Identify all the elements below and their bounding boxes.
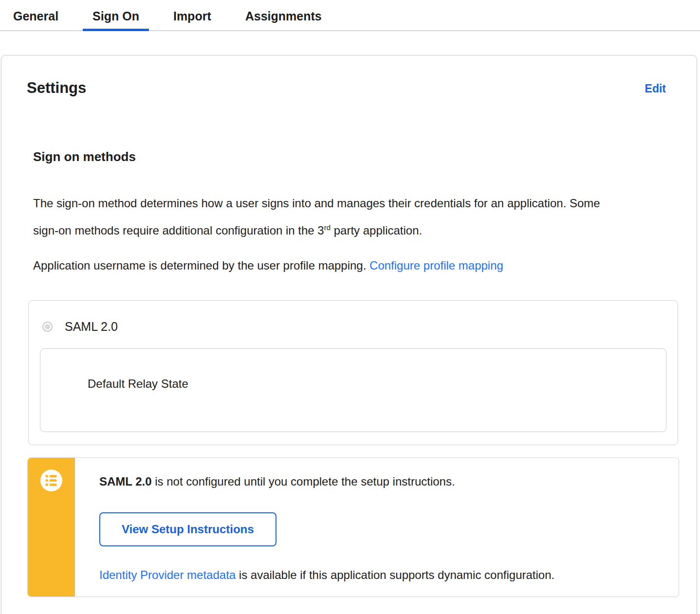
default-relay-state-label: Default Relay State (88, 377, 666, 391)
saml-radio-row: SAML 2.0 (42, 319, 678, 334)
callout-message-bold: SAML 2.0 (99, 475, 152, 488)
metadata-note-rest: is available if this application support… (236, 568, 554, 581)
tab-sign-on[interactable]: Sign On (83, 0, 149, 31)
callout-accent-bar (28, 458, 75, 596)
settings-card-header: Settings Edit (27, 78, 666, 98)
tab-bar: General Sign On Import Assignments (0, 0, 700, 31)
description-text: The sign-on method determines how a user… (33, 197, 600, 237)
configure-profile-mapping-link[interactable]: Configure profile mapping (369, 259, 503, 272)
list-icon (40, 469, 63, 492)
identity-provider-metadata-link[interactable]: Identity Provider metadata (99, 568, 236, 581)
metadata-note: Identity Provider metadata is available … (99, 567, 659, 583)
ordinal-superscript: rd (324, 223, 331, 232)
saml-radio-button[interactable] (42, 322, 53, 332)
tab-general[interactable]: General (3, 0, 68, 31)
saml-radio-label: SAML 2.0 (65, 320, 118, 334)
tab-import[interactable]: Import (164, 0, 221, 31)
page-title: Settings (27, 78, 86, 98)
tab-assignments[interactable]: Assignments (236, 0, 332, 31)
callout-message: SAML 2.0 is not configured until you com… (99, 470, 659, 490)
sign-on-methods-section: Sign on methods The sign-on method deter… (33, 149, 624, 278)
saml-option-box: SAML 2.0 Default Relay State (28, 300, 678, 445)
username-note-text: Application username is determined by th… (33, 259, 369, 272)
settings-card: Settings Edit Sign on methods The sign-o… (1, 55, 697, 614)
sign-on-method-description: The sign-on method determines how a user… (33, 191, 624, 243)
view-setup-instructions-button[interactable]: View Setup Instructions (99, 512, 276, 546)
callout-message-rest: is not configured until you complete the… (152, 475, 455, 488)
callout-content: SAML 2.0 is not configured until you com… (75, 458, 679, 596)
username-note: Application username is determined by th… (33, 253, 624, 278)
default-relay-state-box: Default Relay State (40, 348, 666, 432)
saml-config-callout: SAML 2.0 is not configured until you com… (27, 457, 679, 597)
description-text-end: party application. (331, 224, 422, 237)
edit-link[interactable]: Edit (645, 82, 666, 95)
sign-on-methods-heading: Sign on methods (33, 149, 624, 164)
